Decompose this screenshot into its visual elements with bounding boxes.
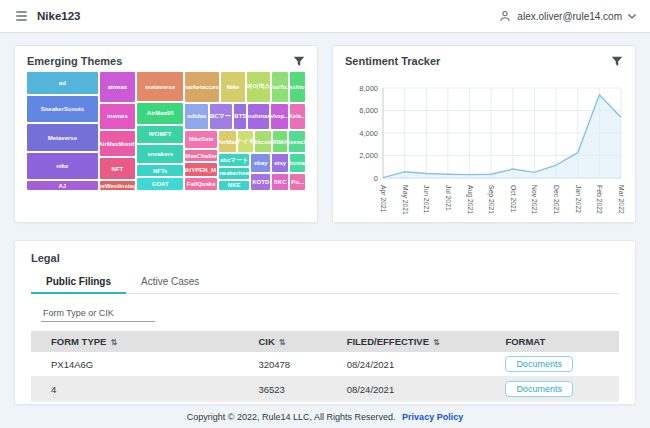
- tab-active-cases[interactable]: Active Cases: [126, 272, 214, 293]
- col-header-cik[interactable]: CIK⇅: [254, 331, 342, 352]
- treemap-group: ebayetsyabcmart: [251, 154, 305, 171]
- svg-text:Nov 2021: Nov 2021: [531, 185, 538, 214]
- menu-icon[interactable]: [14, 9, 29, 23]
- filter-funnel-icon[interactable]: [293, 56, 305, 67]
- brand: Nike123: [14, 9, 80, 23]
- top-bar: Nike123 alex.oliver@rule14.com: [0, 0, 650, 33]
- treemap-tile[interactable]: KanyeWestInstagram: [100, 181, 135, 190]
- tab-public-filings[interactable]: Public Filings: [31, 272, 126, 294]
- treemap-tile[interactable]: Bitcoin: [255, 131, 271, 153]
- svg-text:2,000: 2,000: [359, 151, 378, 160]
- col-header-form-type[interactable]: FORM TYPE⇅: [31, 331, 254, 352]
- treemap-tile[interactable]: Metaverse: [27, 124, 98, 150]
- privacy-policy-link[interactable]: Privacy Policy: [402, 412, 463, 422]
- treemap-tile[interactable]: etsy: [272, 154, 288, 171]
- form-type-cik-input[interactable]: [41, 305, 155, 322]
- treemap-tile[interactable]: poshmark: [248, 104, 269, 129]
- treemap-tile[interactable]: airmax: [100, 72, 135, 102]
- filings-table-header-row: FORM TYPE⇅ CIK⇅ FILED/EFFECTIVE⇅ FORMAT: [31, 331, 619, 352]
- treemap-tile[interactable]: SneakerScouts: [27, 96, 98, 122]
- treemap-group: metaverseAirMax95WOMFTsneakersNFTsGOAT: [137, 72, 183, 190]
- svg-text:0: 0: [374, 174, 378, 183]
- treemap-group: abcマートsneakerheadNKE: [219, 154, 249, 190]
- sort-icon[interactable]: ⇅: [110, 338, 117, 347]
- documents-button[interactable]: Documents: [505, 356, 573, 372]
- treemap-tile[interactable]: shop...: [271, 104, 287, 129]
- svg-text:Sep 2021: Sep 2021: [487, 185, 495, 214]
- page-footer: Copyright © 2022, Rule14 LLC, All Rights…: [0, 405, 650, 428]
- treemap-tile[interactable]: Nike: [221, 72, 246, 102]
- treemap-tile[interactable]: AirMax95: [137, 103, 183, 124]
- treemap-group: KOTDSKCPu...: [251, 174, 305, 190]
- treemap-tile[interactable]: ad: [27, 72, 98, 94]
- top-cards-row: Emerging Themes adSneakerScoutsMetaverse…: [14, 45, 636, 223]
- col-header-filed-effective[interactable]: FILED/EFFECTIVE⇅: [343, 331, 502, 352]
- treemap-tile[interactable]: ebay: [251, 154, 270, 171]
- treemap-tile[interactable]: 에어맥스: [247, 72, 269, 102]
- sort-icon[interactable]: ⇅: [433, 338, 440, 347]
- treemap-group: marketaccessNike에어맥스YouTu...fashionadida…: [185, 72, 305, 190]
- svg-text:Apr 2021: Apr 2021: [379, 185, 387, 213]
- copyright-text: Copyright © 2022, Rule14 LLC, All Rights…: [187, 412, 396, 422]
- user-email: alex.oliver@rule14.com: [517, 11, 622, 22]
- treemap-tile[interactable]: NikeSale: [185, 131, 217, 148]
- documents-button[interactable]: Documents: [505, 381, 573, 397]
- svg-text:4,000: 4,000: [359, 129, 378, 138]
- treemap-tile[interactable]: YouTu...: [272, 72, 289, 102]
- sort-icon[interactable]: ⇅: [279, 338, 286, 347]
- filings-table: FORM TYPE⇅ CIK⇅ FILED/EFFECTIVE⇅ FORMAT: [31, 331, 619, 405]
- treemap-tile[interactable]: ABCマート: [210, 104, 232, 129]
- main-content: Emerging Themes adSneakerScoutsMetaverse…: [0, 33, 650, 405]
- treemap-group: adidasABCマートBTSposhmarkshop...Kela...: [185, 104, 305, 129]
- sentiment-tracker-panel: Sentiment Tracker 02,0004,0006,0008,000A…: [332, 45, 636, 223]
- treemap-tile[interactable]: NKE: [219, 181, 249, 190]
- treemap-tile[interactable]: WOMFT: [137, 126, 183, 143]
- treemap-group: NikeSaleAirMaxChallengeENHYPEN_M_GFallQu…: [185, 131, 217, 190]
- treemap-tile[interactable]: adidas: [185, 104, 208, 129]
- treemap-tile[interactable]: nike: [27, 153, 98, 179]
- treemap-tile[interactable]: AIRMAX: [273, 131, 288, 153]
- treemap-tile[interactable]: AirMaxMonth: [100, 131, 135, 156]
- svg-text:Mar 2022: Mar 2022: [618, 185, 625, 214]
- cell-filed: 08/24/2021: [343, 377, 502, 402]
- legal-panel: Legal Public Filings Active Cases FORM T…: [14, 240, 636, 405]
- treemap-tile[interactable]: Pu...: [290, 174, 305, 190]
- treemap-tile[interactable]: Givenchy: [289, 131, 305, 153]
- svg-text:Jan 2022: Jan 2022: [575, 185, 582, 213]
- treemap-tile[interactable]: abcmart: [290, 154, 305, 171]
- treemap-tile[interactable]: FallQuake: [185, 178, 217, 190]
- treemap-tile[interactable]: ナイキ: [238, 131, 253, 153]
- treemap-tile[interactable]: NFTs: [137, 165, 183, 176]
- table-row: 4 36523 08/24/2021 Documents: [31, 377, 619, 402]
- treemap-tile[interactable]: AirMaxChallenge: [185, 150, 217, 162]
- treemap-tile[interactable]: abcマート: [219, 154, 249, 165]
- chevron-down-icon: [628, 14, 636, 19]
- svg-text:Feb 2022: Feb 2022: [596, 185, 603, 214]
- treemap-group: ebayetsyabcmartKOTDSKCPu...: [251, 154, 305, 190]
- treemap-group: adSneakerScoutsMetaversenikeAJ: [27, 72, 98, 190]
- emerging-themes-title: Emerging Themes: [27, 55, 122, 67]
- treemap-tile[interactable]: ENHYPEN_M_G: [185, 163, 217, 176]
- treemap-group: NikeSaleAirMaxChallengeENHYPEN_M_GFallQu…: [185, 131, 305, 190]
- treemap-tile[interactable]: NFT: [100, 158, 135, 179]
- treemap-tile[interactable]: KOTD: [251, 174, 270, 190]
- treemap-tile[interactable]: GOAT: [137, 178, 183, 190]
- sentiment-tracker-title: Sentiment Tracker: [345, 55, 440, 67]
- treemap-tile[interactable]: fashion: [290, 72, 305, 102]
- treemap-group: abcマートsneakerheadNKEebayetsyabcmartKOTDS…: [219, 154, 305, 190]
- treemap-tile[interactable]: SKC: [272, 174, 288, 190]
- treemap-tile[interactable]: BTS: [234, 104, 246, 129]
- treemap-tile[interactable]: sneakerhead: [219, 168, 249, 179]
- treemap-tile[interactable]: AirMax: [219, 131, 236, 153]
- user-menu[interactable]: alex.oliver@rule14.com: [499, 10, 636, 22]
- treemap-tile[interactable]: metaverse: [137, 72, 183, 101]
- treemap-tile[interactable]: Kela...: [290, 104, 305, 129]
- treemap-tile[interactable]: sneakers: [137, 145, 183, 163]
- treemap-tile[interactable]: memes: [100, 104, 135, 129]
- filter-funnel-icon[interactable]: [611, 56, 623, 67]
- treemap-tile[interactable]: AJ: [27, 181, 98, 190]
- emerging-themes-panel: Emerging Themes adSneakerScoutsMetaverse…: [14, 45, 318, 223]
- treemap-tile[interactable]: marketaccess: [185, 72, 219, 102]
- filings-filter: [41, 302, 619, 322]
- brand-name: Nike123: [37, 10, 80, 22]
